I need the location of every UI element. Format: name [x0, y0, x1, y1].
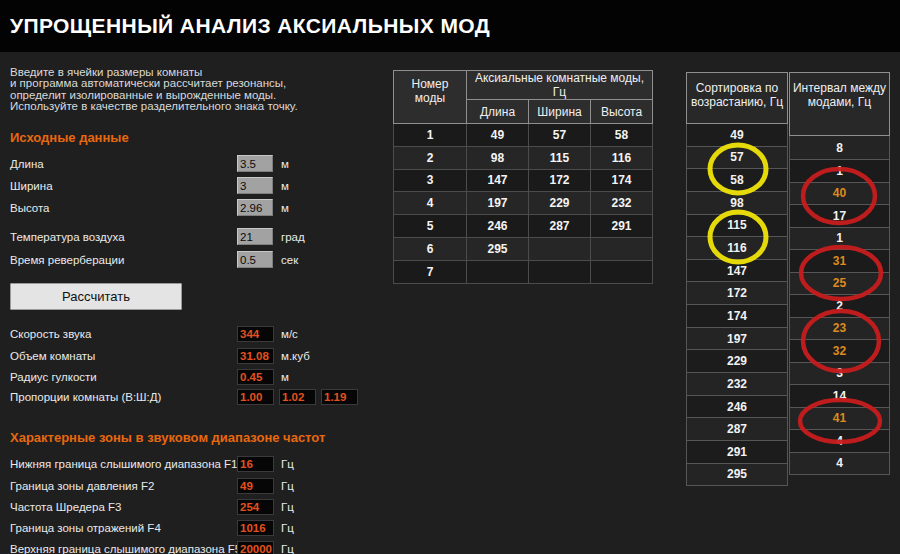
result-row-room-volume: Объем комнаты31.08м.куб	[0, 347, 430, 365]
interval-cell: 4	[789, 430, 890, 453]
mode-number-cell: 1	[394, 124, 467, 147]
sorted-frequency-cell: 98	[686, 192, 788, 215]
sorted-frequency-cell: 232	[686, 373, 788, 396]
mode-number-cell: 4	[394, 192, 467, 215]
zone-row-f2-pressure-zone: Граница зоны давления F249Гц	[0, 477, 430, 495]
result-row-sound-speed: Скорость звука344м/с	[0, 325, 430, 343]
mode-width-cell: 57	[529, 124, 591, 147]
sorted-frequency-cell: 197	[686, 328, 788, 351]
mode-number-cell: 2	[394, 146, 467, 169]
sorted-frequency-cell: 58	[686, 169, 788, 192]
reverb-time-label: Время реверберации	[10, 251, 124, 269]
interval-cell: 3	[789, 363, 890, 386]
interval-cell: 40	[789, 183, 890, 206]
mode-table-row: 7	[394, 260, 653, 283]
boominess-radius-value: 0.45	[237, 369, 274, 385]
sorted-header-line: возрастанию, Гц	[687, 95, 787, 109]
app-window: УПРОЩЕННЫЙ АНАЛИЗ АКСИАЛЬНЫХ МОД Введите…	[0, 0, 900, 554]
sorted-frequency-cell: 246	[686, 396, 788, 419]
boominess-radius-label: Радиус гулкости	[10, 368, 97, 386]
input-row-temperature: Температура воздухаград	[0, 228, 430, 246]
room-proportions-value: 1.02	[279, 389, 316, 405]
room-proportions-value: 1.00	[237, 389, 274, 405]
sorted-frequency-cell: 295	[686, 464, 788, 487]
f2-pressure-zone-unit: Гц	[281, 477, 294, 495]
interval-cell: 1	[789, 160, 890, 183]
sorted-frequency-cell: 116	[686, 237, 788, 260]
length-column-header: Длина	[467, 100, 529, 124]
mode-width-cell	[529, 237, 591, 260]
sorted-frequency-cell: 174	[686, 305, 788, 328]
sorted-frequency-cell: 291	[686, 441, 788, 464]
f1-lower-audible-value: 16	[237, 456, 274, 472]
width-column-header: Ширина	[529, 100, 591, 124]
section-header-input-data: Исходные данные	[10, 130, 129, 145]
mode-height-cell	[591, 260, 653, 283]
room-volume-label: Объем комнаты	[10, 347, 95, 365]
sorted-frequency-cell: 172	[686, 282, 788, 305]
width-label: Ширина	[10, 177, 53, 195]
room-proportions-value: 1.19	[321, 389, 358, 405]
sorted-frequency-cell: 49	[686, 124, 788, 147]
mode-table-row: 4197229232	[394, 192, 653, 215]
mode-table-row: 5246287291	[394, 215, 653, 238]
sorted-header-line: Сортировка по	[687, 81, 787, 95]
interval-cell: 25	[789, 273, 890, 296]
width-input[interactable]	[237, 177, 273, 194]
height-unit: м	[281, 199, 289, 217]
f5-upper-audible-value: 20000	[237, 541, 274, 554]
interval-cell: 2	[789, 295, 890, 318]
f4-reflection-zone-unit: Гц	[281, 519, 294, 537]
sorted-frequency-cell: 57	[686, 147, 788, 170]
mode-width-cell	[529, 260, 591, 283]
temperature-label: Температура воздуха	[10, 228, 125, 246]
f3-schroeder-value: 254	[237, 499, 274, 515]
interval-cell: 4	[789, 453, 890, 476]
mode-height-cell: 116	[591, 146, 653, 169]
mode-width-cell: 229	[529, 192, 591, 215]
f4-reflection-zone-label: Граница зоны отражений F4	[10, 519, 161, 537]
zone-row-f4-reflection-zone: Граница зоны отражений F41016Гц	[0, 519, 430, 537]
temperature-unit: град	[281, 228, 305, 246]
intro-line: Используйте в качестве разделительного з…	[10, 101, 298, 112]
result-row-room-proportions: Пропорции комнаты (В:Ш:Д)1.001.021.19	[0, 388, 430, 406]
mode-width-cell: 172	[529, 169, 591, 192]
length-unit: м	[281, 155, 289, 173]
mode-length-cell: 295	[467, 237, 529, 260]
temperature-input[interactable]	[237, 228, 273, 245]
height-input[interactable]	[237, 199, 273, 216]
length-input[interactable]	[237, 155, 273, 172]
mode-number-cell: 7	[394, 260, 467, 283]
reverb-time-input[interactable]	[237, 251, 273, 268]
mode-width-cell: 287	[529, 215, 591, 238]
height-column-header: Высота	[591, 100, 653, 124]
length-label: Длина	[10, 155, 44, 173]
mode-table-row: 6295	[394, 237, 653, 260]
axial-modes-table: Номер моды Аксиальные комнатные моды, Гц…	[393, 70, 653, 284]
f1-lower-audible-unit: Гц	[281, 455, 294, 473]
mode-width-cell: 115	[529, 146, 591, 169]
height-label: Высота	[10, 199, 50, 217]
mode-intervals-header: Интервал междумодами, Гц	[789, 72, 890, 136]
mode-height-cell: 174	[591, 169, 653, 192]
f5-upper-audible-unit: Гц	[281, 540, 294, 554]
mode-length-cell: 246	[467, 215, 529, 238]
calculate-button[interactable]: Рассчитать	[10, 283, 182, 310]
boominess-radius-unit: м	[281, 368, 289, 386]
reverb-time-unit: сек	[281, 251, 298, 269]
mode-height-cell: 291	[591, 215, 653, 238]
zone-row-f5-upper-audible: Верхняя граница слышимого диапазона F520…	[0, 540, 430, 554]
interval-cell: 41	[789, 408, 890, 431]
sorted-frequency-cell: 115	[686, 215, 788, 238]
title-bar: УПРОЩЕННЫЙ АНАЛИЗ АКСИАЛЬНЫХ МОД	[0, 0, 900, 52]
interval-cell: 31	[789, 250, 890, 273]
f1-lower-audible-label: Нижняя граница слышимого диапазона F1	[10, 455, 238, 473]
room-proportions-label: Пропорции комнаты (В:Ш:Д)	[10, 388, 161, 406]
interval-header-line: Интервал между	[790, 81, 889, 95]
zone-row-f1-lower-audible: Нижняя граница слышимого диапазона F116Г…	[0, 455, 430, 473]
mode-number-cell: 6	[394, 237, 467, 260]
interval-cell: 8	[789, 136, 890, 160]
mode-height-cell: 232	[591, 192, 653, 215]
sorted-frequencies-column: 4957589811511614717217419722923224628729…	[686, 124, 788, 486]
width-unit: м	[281, 177, 289, 195]
